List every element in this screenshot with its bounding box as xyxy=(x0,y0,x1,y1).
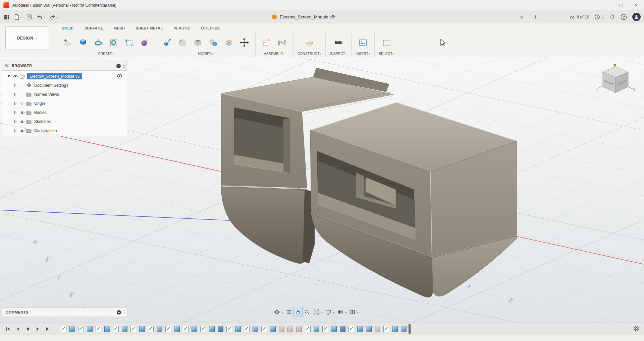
timeline-feature[interactable] xyxy=(192,326,197,332)
tab-surface[interactable]: SURFACE xyxy=(79,26,108,30)
tree-row-named-views[interactable]: Named Views xyxy=(2,90,127,99)
notification-center[interactable]: 1 xyxy=(594,14,604,20)
tab-mesh[interactable]: MESH xyxy=(108,26,130,30)
viewport[interactable]: 50 100 150 200 250 50 100 xyxy=(0,57,644,323)
create-menu[interactable]: CREATE xyxy=(98,52,114,57)
play-button[interactable] xyxy=(23,325,32,333)
measure-button[interactable] xyxy=(331,36,345,50)
modify-menu[interactable]: MODIFY xyxy=(198,52,214,57)
timeline-feature[interactable] xyxy=(383,326,389,332)
chevron-down-icon[interactable] xyxy=(333,313,335,315)
timeline-feature[interactable] xyxy=(69,326,75,332)
expand-caret-icon[interactable] xyxy=(14,93,17,96)
undo-button[interactable] xyxy=(35,12,47,22)
timeline-feature[interactable] xyxy=(218,326,223,332)
timeline-feature[interactable] xyxy=(331,326,337,332)
joint-button[interactable] xyxy=(275,36,289,50)
create-sketch-button[interactable] xyxy=(60,36,74,50)
timeline-feature[interactable] xyxy=(279,326,284,332)
visibility-eye-icon[interactable] xyxy=(13,74,18,79)
timeline-feature[interactable] xyxy=(348,326,354,332)
redo-button[interactable] xyxy=(48,12,60,22)
expand-caret-icon[interactable] xyxy=(14,102,17,105)
workspace-selector[interactable]: DESIGN xyxy=(5,26,49,50)
timeline-feature[interactable] xyxy=(61,326,66,332)
timeline-scroll-strip[interactable] xyxy=(0,335,644,341)
chevron-down-icon[interactable] xyxy=(357,313,359,315)
chevron-down-icon[interactable] xyxy=(281,313,283,315)
timeline-feature[interactable] xyxy=(200,326,206,332)
timeline-feature[interactable] xyxy=(104,326,110,332)
viewports-button[interactable] xyxy=(348,307,357,317)
timeline-feature[interactable] xyxy=(340,326,345,332)
visibility-eye-icon[interactable] xyxy=(19,128,25,133)
press-pull-button[interactable] xyxy=(160,36,174,50)
select-menu[interactable]: SELECT xyxy=(379,52,394,57)
visibility-eye-icon[interactable] xyxy=(19,119,25,124)
timeline-feature[interactable] xyxy=(148,326,154,332)
tab-utilities[interactable]: UTILITIES xyxy=(196,26,225,30)
fit-button[interactable] xyxy=(312,307,321,317)
collapse-panel-icon[interactable] xyxy=(4,64,9,68)
tab-plastic[interactable]: PLASTIC xyxy=(168,26,196,30)
insert-image-button[interactable] xyxy=(356,36,370,50)
pattern-button[interactable] xyxy=(122,36,136,50)
tree-row-bodies[interactable]: Bodies xyxy=(2,108,127,117)
browser-header[interactable]: BROWSER xyxy=(2,61,127,71)
expand-caret-icon[interactable] xyxy=(14,111,17,114)
maximize-button[interactable]: □ xyxy=(613,0,629,10)
extrude-button[interactable] xyxy=(76,36,90,50)
panel-grip-icon[interactable] xyxy=(123,63,125,68)
file-menu-button[interactable] xyxy=(12,12,24,22)
tree-row-document-settings[interactable]: Document Settings xyxy=(2,81,127,90)
timeline-feature[interactable] xyxy=(366,326,372,332)
timeline-feature[interactable] xyxy=(270,326,276,332)
timeline-feature[interactable] xyxy=(113,326,119,332)
timeline-feature[interactable] xyxy=(375,326,380,332)
minimize-button[interactable]: – xyxy=(598,0,613,10)
document-tab[interactable]: Elecrow_Screen_Module v5* xyxy=(271,10,336,23)
timeline-feature[interactable] xyxy=(357,326,363,332)
new-tab-button[interactable]: + xyxy=(531,13,540,21)
timeline-feature[interactable] xyxy=(253,326,258,332)
timeline-feature[interactable] xyxy=(183,326,189,332)
minimize-panel-icon[interactable] xyxy=(116,63,121,68)
timeline-feature[interactable] xyxy=(226,326,232,332)
move-copy-button[interactable] xyxy=(237,36,251,50)
grid-snaps-button[interactable] xyxy=(336,307,345,317)
model-body-right[interactable] xyxy=(310,103,517,297)
timeline-feature[interactable] xyxy=(165,326,171,332)
shell-button[interactable] xyxy=(191,36,205,50)
fillet-button[interactable] xyxy=(175,36,190,50)
new-component-button[interactable] xyxy=(260,36,274,50)
timeline-feature[interactable] xyxy=(209,326,215,332)
tree-row-construction[interactable]: Construction xyxy=(2,126,127,135)
revolve-button[interactable] xyxy=(91,36,105,50)
inspect-menu[interactable]: INSPECT xyxy=(330,52,347,57)
timeline-feature[interactable] xyxy=(296,326,302,332)
construction-plane-button[interactable] xyxy=(303,36,317,50)
zoom-button[interactable] xyxy=(303,307,312,317)
timeline-feature[interactable] xyxy=(401,326,407,332)
tree-row-root[interactable]: Elecrow_Screen_Module v5 xyxy=(2,72,127,81)
orbit-button[interactable] xyxy=(272,307,281,317)
combine-button[interactable] xyxy=(206,36,220,50)
alerts-button[interactable] xyxy=(609,14,615,20)
view-cube[interactable]: FRONT RIGHT Z X xyxy=(590,63,641,101)
tab-sheet-metal[interactable]: SHEET METAL xyxy=(130,26,168,30)
expand-caret-icon[interactable] xyxy=(14,84,17,87)
visibility-eye-icon[interactable] xyxy=(19,110,25,115)
coil-button[interactable] xyxy=(107,36,121,50)
avatar[interactable] xyxy=(632,13,641,21)
data-panel-button[interactable] xyxy=(2,12,11,22)
look-at-button[interactable] xyxy=(284,307,293,317)
tree-row-origin[interactable]: Origin xyxy=(2,99,127,108)
go-to-start-button[interactable] xyxy=(3,325,12,333)
chevron-down-icon[interactable] xyxy=(321,313,323,315)
close-button[interactable]: × xyxy=(629,0,644,10)
activate-component-radio-icon[interactable] xyxy=(117,74,122,79)
timeline-feature[interactable] xyxy=(235,326,241,332)
save-button[interactable] xyxy=(25,12,34,22)
expand-caret-icon[interactable] xyxy=(14,120,17,123)
timeline-feature[interactable] xyxy=(305,326,311,332)
